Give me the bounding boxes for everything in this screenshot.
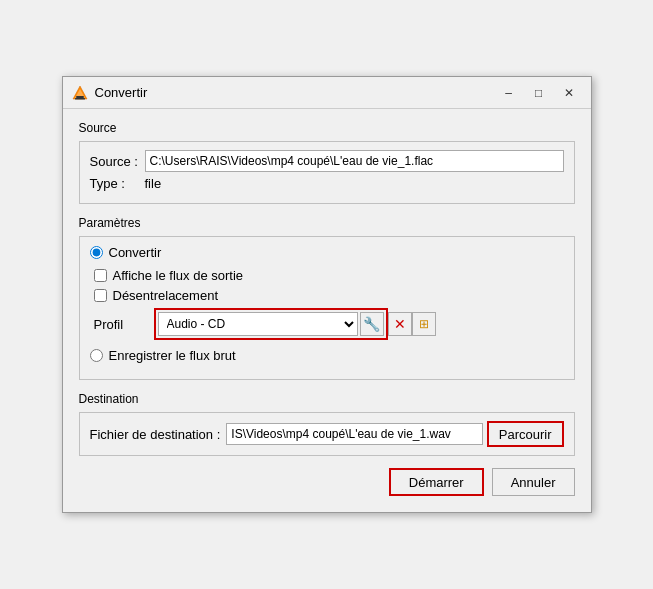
destination-input[interactable] xyxy=(226,423,482,445)
source-section: Source Source : Type : file xyxy=(79,121,575,204)
window-title: Convertir xyxy=(95,85,495,100)
affiche-label: Affiche le flux de sortie xyxy=(113,268,244,283)
profil-list-button[interactable]: ⊞ xyxy=(412,312,436,336)
enregistrer-label: Enregistrer le flux brut xyxy=(109,348,236,363)
svg-rect-2 xyxy=(76,96,84,98)
type-label: Type : xyxy=(90,176,145,191)
source-input[interactable] xyxy=(145,150,564,172)
titlebar: Convertir – □ ✕ xyxy=(63,77,591,109)
affiche-checkbox-row: Affiche le flux de sortie xyxy=(94,268,564,283)
fichier-label: Fichier de destination : xyxy=(90,427,221,442)
desentrelacement-checkbox-row: Désentrelacement xyxy=(94,288,564,303)
destination-section-title: Destination xyxy=(79,392,575,406)
destination-section: Destination Fichier de destination : Par… xyxy=(79,392,575,456)
profil-edit-button[interactable]: 🔧 xyxy=(360,312,384,336)
source-row: Source : xyxy=(90,150,564,172)
enregistrer-radio[interactable] xyxy=(90,349,103,362)
type-value: file xyxy=(145,176,162,191)
profil-row: Profil Audio - CD Audio - MP3 Audio - FL… xyxy=(94,308,564,340)
desentrelacement-label: Désentrelacement xyxy=(113,288,219,303)
params-section: Paramètres Convertir Affiche le flux de … xyxy=(79,216,575,380)
source-box: Source : Type : file xyxy=(79,141,575,204)
minimize-button[interactable]: – xyxy=(495,82,523,104)
convert-radio-row: Convertir xyxy=(90,245,564,260)
app-icon xyxy=(71,84,89,102)
convert-label: Convertir xyxy=(109,245,162,260)
dialog-content: Source Source : Type : file Paramètres C xyxy=(63,109,591,512)
titlebar-buttons: – □ ✕ xyxy=(495,82,583,104)
svg-rect-3 xyxy=(75,98,85,100)
close-button[interactable]: ✕ xyxy=(555,82,583,104)
source-label: Source : xyxy=(90,154,145,169)
maximize-button[interactable]: □ xyxy=(525,82,553,104)
affiche-checkbox[interactable] xyxy=(94,269,107,282)
enregistrer-radio-row: Enregistrer le flux brut xyxy=(90,348,564,363)
profil-select[interactable]: Audio - CD Audio - MP3 Audio - FLAC Vide… xyxy=(158,312,358,336)
main-window: Convertir – □ ✕ Source Source : Type : f… xyxy=(62,76,592,513)
demarrer-button[interactable]: Démarrer xyxy=(389,468,484,496)
destination-row: Fichier de destination : Parcourir xyxy=(90,421,564,447)
destination-box: Fichier de destination : Parcourir xyxy=(79,412,575,456)
desentrelacement-checkbox[interactable] xyxy=(94,289,107,302)
type-row: Type : file xyxy=(90,176,564,191)
source-section-title: Source xyxy=(79,121,575,135)
profil-controls: Audio - CD Audio - MP3 Audio - FLAC Vide… xyxy=(154,308,388,340)
bottom-buttons: Démarrer Annuler xyxy=(79,468,575,500)
annuler-button[interactable]: Annuler xyxy=(492,468,575,496)
parcourir-button[interactable]: Parcourir xyxy=(487,421,564,447)
convert-radio[interactable] xyxy=(90,246,103,259)
params-section-title: Paramètres xyxy=(79,216,575,230)
profil-label: Profil xyxy=(94,317,154,332)
profil-delete-button[interactable]: ✕ xyxy=(388,312,412,336)
params-box: Convertir Affiche le flux de sortie Dése… xyxy=(79,236,575,380)
